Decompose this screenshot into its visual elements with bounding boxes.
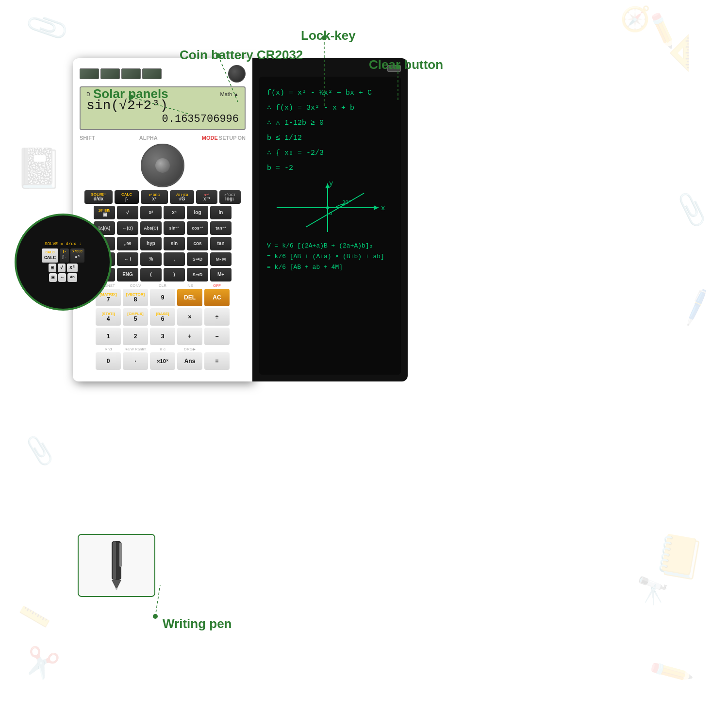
magnify-key-calc: CALC CALC: [42, 248, 58, 263]
pi-e-label: π e: [150, 347, 175, 351]
key-log[interactable]: log: [187, 206, 208, 219]
tablet-line-2: ∴ f(x) = 3x² - x + b: [267, 101, 393, 115]
key-multiply[interactable]: ×: [177, 308, 202, 326]
key-rparen[interactable]: ): [164, 268, 185, 281]
key-xsq[interactable]: x²: [140, 206, 162, 219]
key-ac[interactable]: AC: [204, 289, 230, 306]
key-xn[interactable]: xⁿ: [164, 206, 185, 219]
drg-label: DRG▶: [177, 347, 202, 351]
display-indicator-math: Math ▲: [220, 91, 239, 97]
ins-label: INS: [177, 283, 202, 288]
lock-button[interactable]: [228, 65, 246, 83]
key-9[interactable]: 9: [150, 289, 175, 306]
key-eng[interactable]: ← i: [117, 252, 138, 266]
key-acos[interactable]: cos⁻¹: [187, 221, 208, 235]
calculator-body: D Math ▲ sin(√2+2³) 0.1635706996 SHIFT A…: [73, 58, 252, 381]
key-del[interactable]: DEL: [177, 289, 202, 306]
volume-formula: V = k/6 [(2A+a)B + (2a+A)b]₂ = k/6 [AB +…: [267, 241, 393, 273]
key-cos[interactable]: cos: [187, 237, 208, 250]
svg-line-16: [306, 193, 364, 227]
key-3[interactable]: 3: [150, 328, 175, 345]
rnd-label: Rnd: [96, 347, 121, 351]
bottom-label-row: Rnd Ran# RanInt π e DRG▶: [80, 347, 246, 351]
solar-cell-3: [121, 68, 141, 79]
key-sd[interactable]: S⇒D: [187, 252, 208, 266]
writing-tablet: f(x) = x³ - ½x² + bx + C ∴ f(x) = 3x² - …: [252, 58, 408, 381]
coin-battery-label: Coin battery CR2032: [180, 48, 303, 63]
key-log-down[interactable]: e^OCTlog↓: [219, 190, 241, 204]
key-eng2[interactable]: ENG: [117, 268, 138, 281]
key-xinv[interactable]: x⁻¹x⁻¹: [196, 190, 217, 204]
key-divide[interactable]: ÷: [204, 308, 230, 326]
vol-line-3: = k/6 [AB + ab + 4M]: [267, 262, 393, 273]
vol-line-1: V = k/6 [(2A+a)B + (2a+A)b]₂: [267, 241, 393, 251]
key-row-456: [STATI] 4 [CMPLX] 5 [BASE] 6 × ÷: [80, 308, 246, 326]
display-result: 0.1635706996: [86, 113, 239, 125]
solar-cell-4: [142, 68, 162, 79]
key-arrow-b[interactable]: ←(B): [117, 221, 138, 235]
display-indicator-d: D: [86, 91, 90, 97]
key-row-trig1: |△|(A) ←(B) Abs(C) sin⁻¹ cos⁻¹ tan⁻¹: [80, 221, 246, 235]
key-5[interactable]: [CMPLX] 5: [123, 308, 148, 326]
key-comma2[interactable]: ,: [164, 252, 185, 266]
vol-line-2: = k/6 [AB + (A+a) × (B+b) + ab]: [267, 251, 393, 262]
key-ans[interactable]: Ans: [177, 352, 202, 370]
magnify-circle: SOLVE = d/dx : CALC CALC ∫- ∫- x³DEC x³ …: [15, 214, 112, 311]
key-sd2[interactable]: S⇒D: [187, 268, 208, 281]
magnify-solve-label: SOLVE = d/dx :: [42, 241, 84, 248]
key-tan[interactable]: tan: [210, 237, 232, 250]
key-ln[interactable]: ln: [210, 206, 232, 219]
key-mplus[interactable]: M+: [210, 268, 232, 281]
key-mm[interactable]: M- M: [210, 252, 232, 266]
key-solve[interactable]: SOLVE=d/dx: [84, 190, 113, 204]
clear-button-label: Clear button: [369, 57, 443, 72]
key-x3dec[interactable]: x³ DECx³: [141, 190, 168, 204]
pen-svg: [97, 539, 136, 592]
key-0[interactable]: 0: [96, 352, 121, 370]
key-plus[interactable]: +: [177, 328, 202, 345]
key-4[interactable]: [STATI] 4: [96, 308, 121, 326]
key-x10[interactable]: ×10ˣ: [150, 352, 175, 370]
key-comma[interactable]: ,,99: [117, 237, 138, 250]
key-8[interactable]: [VECTOR] 8: [123, 289, 148, 306]
top-panel: [80, 65, 246, 83]
solar-cell-1: [80, 68, 99, 79]
key-sin[interactable]: sin: [164, 237, 185, 250]
setup-label[interactable]: SETUP: [219, 135, 237, 141]
svg-point-9: [153, 614, 158, 619]
key-dot[interactable]: ·: [123, 352, 148, 370]
graph-area: x y 30° o: [267, 179, 393, 237]
key-equals[interactable]: =: [204, 352, 230, 370]
nav-center-button[interactable]: [155, 158, 170, 173]
nav-cluster[interactable]: [80, 144, 246, 187]
key-minus[interactable]: −: [204, 328, 230, 345]
on-label[interactable]: ON: [237, 135, 246, 141]
key-abs-c[interactable]: Abs(C): [140, 221, 162, 235]
navigation-ring[interactable]: [141, 144, 184, 187]
magnify-key-integral: ∫- ∫-: [60, 248, 69, 263]
key-1[interactable]: 1: [96, 328, 121, 345]
mode-label[interactable]: MODE: [202, 135, 218, 141]
alpha-label: ALPHA: [139, 135, 158, 141]
key-frac[interactable]: 10ˣ BIN▣: [94, 206, 115, 219]
key-calc[interactable]: CALC∫-: [115, 190, 139, 204]
key-sqrt-hex[interactable]: √G HEX√G: [170, 190, 194, 204]
key-asin[interactable]: sin⁻¹: [164, 221, 185, 235]
solar-panels-label: Solar panels: [93, 86, 168, 101]
key-hyp[interactable]: hyp: [140, 237, 162, 250]
key-pct[interactable]: %: [140, 252, 162, 266]
magnify-key-print: ▣: [49, 273, 57, 282]
key-row-0: 0 · ×10ˣ Ans =: [80, 352, 246, 370]
magnify-row-3: ▣ ← Ah: [42, 273, 84, 282]
key-2[interactable]: 2: [123, 328, 148, 345]
key-atan[interactable]: tan⁻¹: [210, 221, 232, 235]
magnify-row-1: CALC CALC ∫- ∫- x³DEC x³: [42, 248, 84, 263]
key-6[interactable]: [BASE] 6: [150, 308, 175, 326]
key-sqrt[interactable]: √: [117, 206, 138, 219]
clr-label: CLR: [150, 283, 175, 288]
svg-point-18: [326, 206, 329, 209]
magnify-key-sqrt: √: [58, 264, 66, 272]
key-lparen[interactable]: (: [140, 268, 162, 281]
svg-rect-21: [113, 541, 116, 580]
spacer-label: [204, 347, 230, 351]
